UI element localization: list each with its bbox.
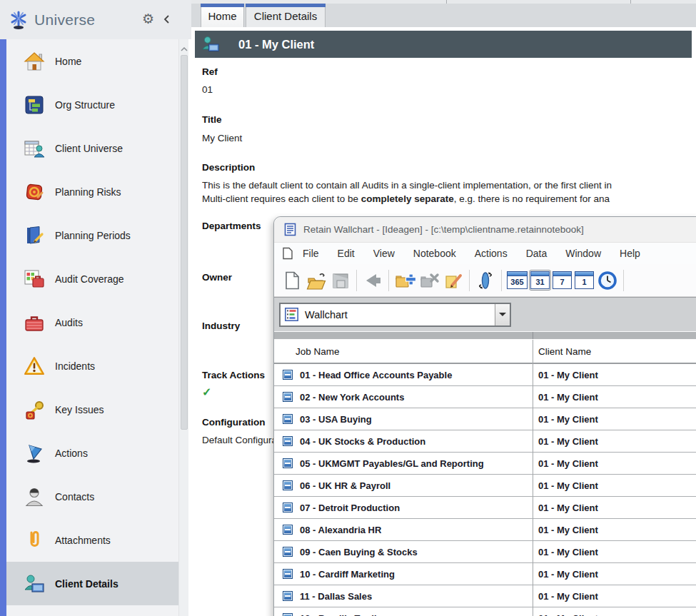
open-notebook-button[interactable] [304,268,328,293]
time-view-button[interactable] [595,268,620,293]
column-divider[interactable] [533,340,533,616]
sidebar-item-actions[interactable]: Actions [6,431,178,475]
incidents-icon [24,355,45,377]
wallchart-titlebar[interactable]: Retain Wallchart - [Ideagen] - [c:\temp\… [274,217,696,243]
collapse-minus-icon[interactable] [283,436,293,446]
tab-home[interactable]: Home [201,4,244,27]
sidebar-item-home[interactable]: Home [6,39,178,83]
dropdown-arrow-button[interactable] [495,304,510,325]
sidebar-item-label: Org Structure [55,99,115,111]
collapse-minus-icon[interactable] [283,525,293,535]
tab-accent [201,4,244,7]
collapse-minus-icon[interactable] [283,392,293,402]
collapse-sidebar-icon[interactable] [163,14,171,27]
tab-accent [246,4,326,7]
year-view-button[interactable]: 365 [505,270,529,291]
table-row[interactable]: 08 - Alexandria HR 01 - My Client [274,519,696,541]
table-row[interactable]: 10 - Cardiff Marketing 01 - My Client [274,563,696,585]
gear-icon[interactable]: ⚙ [142,11,154,27]
save-notebook-button[interactable] [328,268,353,293]
sidebar-item-client-universe[interactable]: Client Universe [6,126,178,170]
table-row[interactable]: 01 - Head Office Accounts Payable 01 - M… [274,364,696,386]
document-icon [282,247,293,260]
collapse-minus-icon[interactable] [283,503,293,513]
client-name-cell: 01 - My Client [533,503,598,513]
sidebar-item-planning-periods[interactable]: Planning Periods [6,213,178,257]
toolbar-separator [501,270,502,291]
table-row[interactable]: 09 - Caen Buying & Stocks 01 - My Client [274,541,696,563]
menu-actions[interactable]: Actions [465,248,517,259]
sidebar-item-audits[interactable]: Audits [6,301,178,344]
menu-view[interactable]: View [364,248,404,259]
audits-icon [24,312,45,333]
client-header-bar: 01 - My Client [195,31,692,58]
menu-notebook[interactable]: Notebook [404,248,465,259]
day-view-button[interactable]: 1 [573,270,595,291]
view-selector-dropdown[interactable]: Wallchart [279,303,511,327]
sidebar-item-incidents[interactable]: Incidents [6,344,178,388]
sidebar-item-audit-coverage[interactable]: Audit Coverage [6,257,178,301]
sidebar-item-org-structure[interactable]: Org Structure [6,83,178,126]
week-view-button[interactable]: 7 [551,270,573,291]
wallchart-view-icon [285,308,298,321]
toolbar-separator [469,270,470,291]
menu-file[interactable]: File [293,248,328,259]
month-view-button[interactable]: 31 [529,270,551,291]
collapse-minus-icon[interactable] [283,569,293,579]
description-label: Description [202,162,255,173]
tab-client-details[interactable]: Client Details [246,4,326,27]
sidebar-item-planning-risks[interactable]: Planning Risks [6,170,178,213]
sidebar-item-client-details[interactable]: Client Details [6,562,178,605]
table-row[interactable]: 02 - New York Accounts 01 - My Client [274,386,696,408]
collapse-minus-icon[interactable] [283,613,293,616]
scrollbar-up-icon[interactable] [180,43,188,56]
sidebar-item-label: Audits [55,317,83,328]
description-line-2: Multi-client requires each client to be … [202,193,696,204]
collapse-minus-icon[interactable] [283,414,293,424]
sidebar-scrollbar[interactable] [178,39,188,616]
menu-window[interactable]: Window [556,248,610,259]
sidebar-header: Universe ⚙ [0,0,191,39]
scrollbar-thumb[interactable] [181,55,188,430]
delete-booking-button[interactable] [417,268,441,293]
sidebar-item-label: Client Universe [55,143,123,154]
flip-view-button[interactable] [473,268,498,293]
collapse-minus-icon[interactable] [283,480,293,490]
menu-data[interactable]: Data [517,248,557,259]
table-row[interactable]: 04 - UK Stocks & Production 01 - My Clie… [274,430,696,453]
table-row[interactable]: 12 - Brasilia Trading 01 - My Client [274,607,696,616]
application-window: Universe ⚙ Home Org Structure [0,0,696,616]
collapse-minus-icon[interactable] [283,547,293,557]
edit-booking-button[interactable] [441,268,465,293]
collapse-minus-icon[interactable] [283,591,293,601]
client-universe-icon [24,138,45,159]
collapse-minus-icon[interactable] [283,370,293,380]
client-name-cell: 01 - My Client [533,414,598,425]
column-header-client-name[interactable]: Client Name [533,346,591,357]
job-name-cell: 03 - USA Buying [300,414,372,425]
menu-help[interactable]: Help [610,248,650,259]
table-row[interactable]: 05 - UKMGMT Payables/GL and Reporting 01… [274,453,696,475]
owner-label: Owner [202,272,232,283]
ref-value: 01 [202,84,213,95]
client-details-icon [24,573,45,595]
chevron-down-icon [499,313,506,320]
table-row[interactable]: 07 - Detroit Production 01 - My Client [274,497,696,519]
menu-edit[interactable]: Edit [328,248,364,259]
collapse-minus-icon[interactable] [283,458,293,468]
sidebar-item-attachments[interactable]: Attachments [6,518,178,562]
sidebar-item-contacts[interactable]: Contacts [6,475,178,518]
description-bold-text: completely separate [361,193,454,204]
job-name-cell: 05 - UKMGMT Payables/GL and Reporting [300,458,484,469]
column-header-job-name[interactable]: Job Name [274,346,533,357]
job-name-cell: 01 - Head Office Accounts Payable [300,370,452,380]
table-row[interactable]: 11 - Dallas Sales 01 - My Client [274,585,696,607]
table-row[interactable]: 03 - USA Buying 01 - My Client [274,408,696,430]
title-label: Title [202,114,222,125]
undo-button[interactable] [360,268,385,293]
sidebar-item-key-issues[interactable]: Key Issues [6,388,178,431]
add-booking-button[interactable] [393,268,417,293]
new-notebook-button[interactable] [280,268,304,293]
key-issues-icon [24,399,45,420]
table-row[interactable]: 06 - UK HR & Payroll 01 - My Client [274,475,696,497]
